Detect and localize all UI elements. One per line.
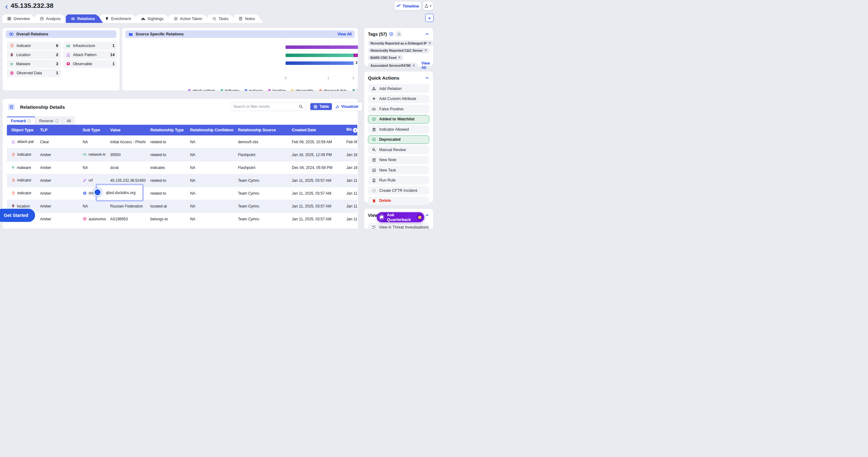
action-add-custom-attribute[interactable]: +Add Custom Attribute (368, 95, 429, 103)
legend-dot (352, 89, 355, 91)
tab-action-taken[interactable]: Action Taken (169, 15, 210, 23)
action-manual-review[interactable]: Manual Review (368, 145, 429, 154)
col-relationship-source[interactable]: Relationship Source (234, 125, 287, 135)
legend-item-observed-data[interactable]: observed-data (319, 89, 347, 91)
bar-total-label: 2 (356, 61, 358, 64)
table-view-button[interactable]: Table (310, 103, 332, 110)
col-relationship-confidence[interactable]: Relationship Confidence (186, 125, 234, 135)
table-row[interactable]: indicator Amber network-tra 35550 relate… (7, 148, 357, 161)
view-all-tags-link[interactable]: View All (422, 61, 430, 70)
collapse-chevron-icon[interactable] (425, 32, 429, 36)
col-sub-type[interactable]: Sub Type (78, 125, 106, 135)
action-added-to-watchlist[interactable]: Added to Watchlist (368, 115, 429, 123)
table-row[interactable]: Amber autonomou AS198953 belongs-to NA T… (7, 212, 357, 225)
table-row[interactable]: ☣malware Amber NA dcrat indicates NA Fla… (7, 161, 357, 174)
tab-analysis[interactable]: Analysis (35, 15, 69, 23)
tag[interactable]: Historically Reported C&C Server✕ (368, 48, 430, 53)
tab-notes[interactable]: Notes (234, 15, 264, 23)
get-started-button[interactable]: Get Started (0, 209, 35, 222)
add-tag-icon[interactable] (389, 32, 394, 36)
action-deprecated[interactable]: Deprecated (368, 135, 429, 144)
relation-count-observed-data[interactable]: Observed Data1 (7, 69, 61, 77)
relation-count-observable[interactable]: Observable1 (63, 60, 117, 68)
tab-enrichment[interactable]: Enrichment (100, 15, 139, 23)
col-created-date[interactable]: Created Date (287, 125, 342, 135)
fingerprint-icon (11, 153, 16, 157)
relation-count-attack-pattern[interactable]: Attack Pattern14 (63, 51, 117, 59)
action-run-rule[interactable]: Run Rule (368, 176, 429, 184)
action-add-relation[interactable]: Add Relation (368, 84, 429, 93)
collapse-chevron-icon[interactable] (425, 76, 429, 80)
view-all-link[interactable]: View All (338, 32, 352, 36)
bar-segment-location[interactable] (353, 54, 359, 57)
col-tlp[interactable]: TLP (36, 125, 78, 135)
legend-item-attack-pattern[interactable]: attack-pattern (188, 89, 215, 91)
remove-tag-icon[interactable]: ✕ (428, 41, 431, 45)
timeline-button[interactable]: Timeline (395, 2, 421, 10)
action-indicator-allowed[interactable]: Indicator Allowed (368, 125, 429, 134)
legend-dot (188, 89, 191, 91)
action-false-positive[interactable]: False Positive (368, 105, 429, 113)
status-dot (417, 214, 423, 221)
table-row[interactable]: indicator Amber domain-na related-to NA … (7, 187, 357, 200)
add-column-icon[interactable]: + (353, 128, 357, 133)
relation-count-location[interactable]: Location2 (7, 51, 61, 59)
col-modified-date[interactable]: Mo+ (342, 125, 357, 135)
legend-item-location[interactable]: location (268, 89, 286, 91)
remove-tag-icon[interactable]: ✕ (398, 55, 401, 60)
grid-icon (7, 17, 11, 21)
remove-tag-icon[interactable]: ✕ (412, 64, 415, 68)
relation-count-malware[interactable]: ☣Malware3 (7, 60, 61, 68)
cloud-upload-icon (372, 107, 376, 111)
back-button[interactable] (4, 3, 9, 10)
table-visualizer-toggle: Table Visualizer (309, 102, 362, 111)
ask-quarterback-button[interactable]: Ask Quarterback (377, 212, 424, 222)
tab-overview[interactable]: Overview (2, 15, 38, 23)
tab-relations[interactable]: Relations (66, 15, 103, 23)
page-title: 45.135.232.38 (11, 2, 54, 9)
search-icon[interactable] (299, 104, 303, 109)
export-button[interactable]: ▼ (423, 2, 433, 10)
legend-item-malware[interactable]: malware (245, 89, 263, 91)
relation-count-infrastructure[interactable]: Infrastructure1 (63, 42, 117, 50)
action-new-note[interactable]: New Note (368, 156, 429, 164)
legend-item-observable[interactable]: observable (291, 89, 313, 91)
relation-count-indicator[interactable]: Indicator6 (7, 42, 61, 50)
tab-forward[interactable]: Forwardi (7, 117, 35, 125)
table-row[interactable]: location Amber NA Russian Federation loc… (7, 200, 357, 212)
bar-segment-attack-pattern[interactable] (286, 46, 358, 49)
rings-icon (71, 17, 75, 21)
doc-gear-icon (372, 178, 376, 182)
location-pin-icon (10, 53, 14, 57)
tab-reverse[interactable]: Reversei (35, 117, 63, 125)
remove-tag-icon[interactable]: ✕ (424, 48, 427, 52)
tab-sightings[interactable]: Sightings (136, 15, 172, 23)
selected-cell-highlight[interactable]: qfast.duckdns.org (95, 184, 144, 202)
tab-tasks[interactable]: Tasks (207, 15, 237, 23)
legend-item-infrastructure[interactable]: infrastructure (352, 89, 358, 91)
collapse-sidebar-button[interactable]: » (425, 14, 434, 22)
tag[interactable]: Associated Service/54780✕ (368, 63, 418, 68)
table-row[interactable]: attack-pat Clear NA Initial Access - Phi… (7, 135, 357, 148)
tag[interactable]: Recently Reported as a Defanged IP✕ (368, 40, 434, 46)
location-pin-icon (11, 204, 15, 208)
view-in-threat-investigations[interactable]: View in Threat Investigations (368, 223, 429, 229)
tag[interactable]: BARS CNC Feed✕ (368, 55, 403, 60)
overall-relations-grid: Indicator6 Infrastructure1 Location2 Att… (7, 42, 117, 77)
col-value[interactable]: Value (106, 125, 146, 135)
save-tags-button[interactable] (396, 31, 402, 37)
collapse-chevron-icon[interactable] (425, 213, 429, 218)
action-new-task[interactable]: New Task (368, 166, 429, 174)
table-grid-icon (313, 105, 317, 109)
bar-segment-malware[interactable] (286, 61, 353, 65)
action-create-cftr-incident[interactable]: Create CFTR Incident (368, 186, 429, 195)
legend-item-indicator[interactable]: indicator (220, 89, 239, 91)
search-input[interactable] (233, 104, 296, 109)
bar-segment-indicator[interactable] (286, 54, 353, 57)
col-relationship-type[interactable]: Relationship Type (146, 125, 186, 135)
visualizer-view-button[interactable]: Visualizer (333, 103, 361, 110)
table-row[interactable]: indicator Amber url 45.135.232.38:52450 … (7, 174, 357, 187)
col-object-type[interactable]: Object Type (7, 125, 36, 135)
action-delete[interactable]: Delete (368, 197, 429, 205)
tab-all[interactable]: All (63, 117, 75, 125)
